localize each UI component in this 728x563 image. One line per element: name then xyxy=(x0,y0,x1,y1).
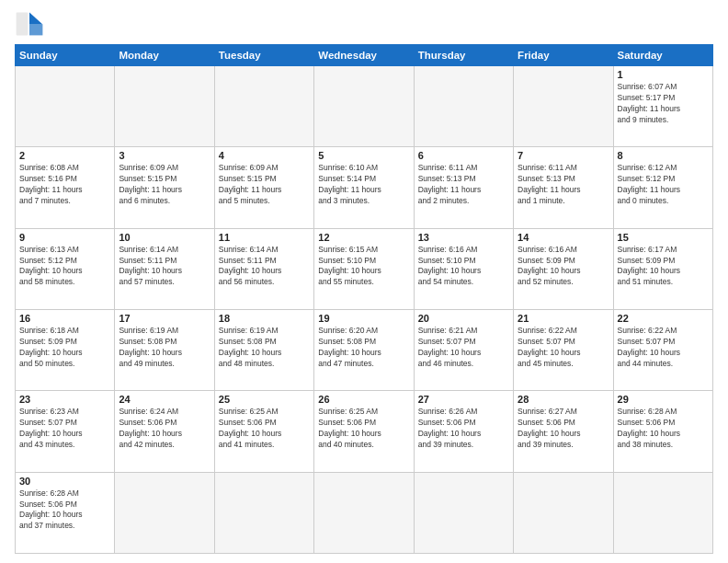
day-number: 22 xyxy=(618,313,709,324)
calendar-cell: 14Sunrise: 6:16 AM Sunset: 5:09 PM Dayli… xyxy=(514,228,613,309)
day-number: 13 xyxy=(418,232,509,243)
day-number: 11 xyxy=(219,232,310,243)
day-number: 4 xyxy=(219,150,310,161)
week-row-1: 1Sunrise: 6:07 AM Sunset: 5:17 PM Daylig… xyxy=(16,66,713,147)
day-info: Sunrise: 6:25 AM Sunset: 5:06 PM Dayligh… xyxy=(219,407,310,451)
calendar-cell: 18Sunrise: 6:19 AM Sunset: 5:08 PM Dayli… xyxy=(214,309,313,390)
day-number: 6 xyxy=(418,150,509,161)
calendar-cell: 26Sunrise: 6:25 AM Sunset: 5:06 PM Dayli… xyxy=(314,391,414,472)
calendar-cell: 4Sunrise: 6:09 AM Sunset: 5:15 PM Daylig… xyxy=(214,147,313,228)
calendar-cell xyxy=(314,472,414,553)
calendar-cell: 7Sunrise: 6:11 AM Sunset: 5:13 PM Daylig… xyxy=(514,147,613,228)
day-number: 9 xyxy=(19,232,110,243)
day-info: Sunrise: 6:22 AM Sunset: 5:07 PM Dayligh… xyxy=(618,326,709,370)
calendar-cell xyxy=(115,66,214,147)
calendar-cell: 25Sunrise: 6:25 AM Sunset: 5:06 PM Dayli… xyxy=(214,391,313,472)
week-row-2: 2Sunrise: 6:08 AM Sunset: 5:16 PM Daylig… xyxy=(16,147,713,228)
day-number: 12 xyxy=(318,232,409,243)
page: SundayMondayTuesdayWednesdayThursdayFrid… xyxy=(0,0,728,563)
weekday-header-friday: Friday xyxy=(514,45,613,66)
day-info: Sunrise: 6:11 AM Sunset: 5:13 PM Dayligh… xyxy=(518,163,609,207)
weekday-header-saturday: Saturday xyxy=(613,45,712,66)
day-info: Sunrise: 6:10 AM Sunset: 5:14 PM Dayligh… xyxy=(318,163,409,207)
day-info: Sunrise: 6:11 AM Sunset: 5:13 PM Dayligh… xyxy=(418,163,509,207)
calendar-cell: 21Sunrise: 6:22 AM Sunset: 5:07 PM Dayli… xyxy=(514,309,613,390)
day-number: 8 xyxy=(618,150,709,161)
day-info: Sunrise: 6:15 AM Sunset: 5:10 PM Dayligh… xyxy=(318,245,409,289)
day-info: Sunrise: 6:22 AM Sunset: 5:07 PM Dayligh… xyxy=(518,326,609,370)
calendar-cell xyxy=(514,66,613,147)
svg-rect-2 xyxy=(17,13,28,36)
calendar-cell: 30Sunrise: 6:28 AM Sunset: 5:06 PM Dayli… xyxy=(16,472,115,553)
calendar-cell: 3Sunrise: 6:09 AM Sunset: 5:15 PM Daylig… xyxy=(115,147,214,228)
calendar-cell: 13Sunrise: 6:16 AM Sunset: 5:10 PM Dayli… xyxy=(414,228,513,309)
week-row-3: 9Sunrise: 6:13 AM Sunset: 5:12 PM Daylig… xyxy=(16,228,713,309)
day-info: Sunrise: 6:28 AM Sunset: 5:06 PM Dayligh… xyxy=(618,407,709,451)
day-info: Sunrise: 6:08 AM Sunset: 5:16 PM Dayligh… xyxy=(19,163,110,207)
day-number: 28 xyxy=(518,394,609,405)
weekday-header-tuesday: Tuesday xyxy=(214,45,313,66)
day-number: 29 xyxy=(618,394,709,405)
day-info: Sunrise: 6:23 AM Sunset: 5:07 PM Dayligh… xyxy=(19,407,110,451)
day-info: Sunrise: 6:14 AM Sunset: 5:11 PM Dayligh… xyxy=(119,245,210,289)
day-info: Sunrise: 6:20 AM Sunset: 5:08 PM Dayligh… xyxy=(318,326,409,370)
calendar-cell: 6Sunrise: 6:11 AM Sunset: 5:13 PM Daylig… xyxy=(414,147,513,228)
day-number: 23 xyxy=(19,394,110,405)
logo xyxy=(15,11,48,37)
calendar-cell: 1Sunrise: 6:07 AM Sunset: 5:17 PM Daylig… xyxy=(613,66,712,147)
day-info: Sunrise: 6:26 AM Sunset: 5:06 PM Dayligh… xyxy=(418,407,509,451)
calendar-cell xyxy=(613,472,712,553)
calendar-cell xyxy=(16,66,115,147)
calendar-cell: 11Sunrise: 6:14 AM Sunset: 5:11 PM Dayli… xyxy=(214,228,313,309)
day-info: Sunrise: 6:27 AM Sunset: 5:06 PM Dayligh… xyxy=(518,407,609,451)
weekday-header-monday: Monday xyxy=(115,45,214,66)
calendar-cell xyxy=(514,472,613,553)
day-info: Sunrise: 6:16 AM Sunset: 5:10 PM Dayligh… xyxy=(418,245,509,289)
day-info: Sunrise: 6:19 AM Sunset: 5:08 PM Dayligh… xyxy=(119,326,210,370)
day-number: 17 xyxy=(119,313,210,324)
day-number: 14 xyxy=(518,232,609,243)
day-info: Sunrise: 6:25 AM Sunset: 5:06 PM Dayligh… xyxy=(318,407,409,451)
calendar-cell xyxy=(414,66,513,147)
calendar-cell xyxy=(314,66,414,147)
calendar-cell: 29Sunrise: 6:28 AM Sunset: 5:06 PM Dayli… xyxy=(613,391,712,472)
calendar-cell: 20Sunrise: 6:21 AM Sunset: 5:07 PM Dayli… xyxy=(414,309,513,390)
calendar-cell: 12Sunrise: 6:15 AM Sunset: 5:10 PM Dayli… xyxy=(314,228,414,309)
calendar-table: SundayMondayTuesdayWednesdayThursdayFrid… xyxy=(15,44,713,554)
day-info: Sunrise: 6:18 AM Sunset: 5:09 PM Dayligh… xyxy=(19,326,110,370)
calendar-cell: 22Sunrise: 6:22 AM Sunset: 5:07 PM Dayli… xyxy=(613,309,712,390)
day-number: 25 xyxy=(219,394,310,405)
day-info: Sunrise: 6:16 AM Sunset: 5:09 PM Dayligh… xyxy=(518,245,609,289)
calendar-cell: 8Sunrise: 6:12 AM Sunset: 5:12 PM Daylig… xyxy=(613,147,712,228)
calendar-cell xyxy=(115,472,214,553)
calendar-cell: 2Sunrise: 6:08 AM Sunset: 5:16 PM Daylig… xyxy=(16,147,115,228)
logo-icon xyxy=(15,11,44,37)
calendar-cell: 5Sunrise: 6:10 AM Sunset: 5:14 PM Daylig… xyxy=(314,147,414,228)
calendar-cell: 19Sunrise: 6:20 AM Sunset: 5:08 PM Dayli… xyxy=(314,309,414,390)
day-number: 27 xyxy=(418,394,509,405)
header xyxy=(15,11,713,37)
calendar-cell: 16Sunrise: 6:18 AM Sunset: 5:09 PM Dayli… xyxy=(16,309,115,390)
day-number: 20 xyxy=(418,313,509,324)
day-info: Sunrise: 6:28 AM Sunset: 5:06 PM Dayligh… xyxy=(19,488,110,533)
day-info: Sunrise: 6:19 AM Sunset: 5:08 PM Dayligh… xyxy=(219,326,310,370)
day-info: Sunrise: 6:17 AM Sunset: 5:09 PM Dayligh… xyxy=(618,245,709,289)
day-number: 7 xyxy=(518,150,609,161)
day-number: 2 xyxy=(19,150,110,161)
day-info: Sunrise: 6:14 AM Sunset: 5:11 PM Dayligh… xyxy=(219,245,310,289)
calendar-cell: 9Sunrise: 6:13 AM Sunset: 5:12 PM Daylig… xyxy=(16,228,115,309)
day-number: 10 xyxy=(119,232,210,243)
calendar-cell xyxy=(414,472,513,553)
week-row-4: 16Sunrise: 6:18 AM Sunset: 5:09 PM Dayli… xyxy=(16,309,713,390)
day-info: Sunrise: 6:07 AM Sunset: 5:17 PM Dayligh… xyxy=(618,82,709,126)
day-info: Sunrise: 6:13 AM Sunset: 5:12 PM Dayligh… xyxy=(19,245,110,289)
day-number: 24 xyxy=(119,394,210,405)
day-number: 19 xyxy=(318,313,409,324)
day-number: 18 xyxy=(219,313,310,324)
day-number: 16 xyxy=(19,313,110,324)
week-row-6: 30Sunrise: 6:28 AM Sunset: 5:06 PM Dayli… xyxy=(16,472,713,553)
calendar-cell: 28Sunrise: 6:27 AM Sunset: 5:06 PM Dayli… xyxy=(514,391,613,472)
day-info: Sunrise: 6:21 AM Sunset: 5:07 PM Dayligh… xyxy=(418,326,509,370)
calendar-cell xyxy=(214,472,313,553)
day-info: Sunrise: 6:24 AM Sunset: 5:06 PM Dayligh… xyxy=(119,407,210,451)
